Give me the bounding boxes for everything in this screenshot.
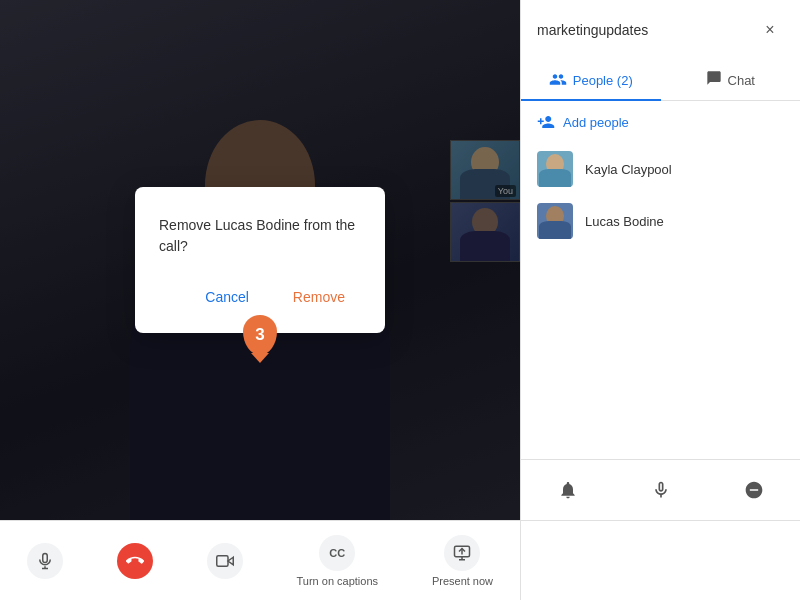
present-label: Present now [432,575,493,587]
video-icon [207,543,243,579]
step-badge: 3 [243,315,277,355]
add-people-button[interactable]: Add people [521,101,800,143]
mic-icon [27,543,63,579]
people-tab-icon [549,70,567,90]
mic-button[interactable] [15,535,75,587]
end-call-icon [117,543,153,579]
tab-chat[interactable]: Chat [661,60,801,100]
panel-tabs: People (2) Chat [521,52,800,101]
tab-people[interactable]: People (2) [521,60,661,100]
present-icon [444,535,480,571]
captions-icon: CC [319,535,355,571]
right-panel: marketingupdates × People (2) Chat Add p… [520,0,800,520]
panel-title: marketingupdates [537,22,648,38]
close-button[interactable]: × [756,16,784,44]
person-row-kayla[interactable]: Kayla Claypool [521,143,800,195]
person-name-kayla: Kayla Claypool [585,162,672,177]
remove-dialog: Remove Lucas Bodine from the call? Cance… [135,187,385,333]
tab-people-label: People (2) [573,73,633,88]
captions-label: Turn on captions [297,575,379,587]
present-button[interactable]: Present now [420,527,505,595]
remove-button[interactable]: Remove [277,281,361,313]
add-people-label: Add people [563,115,629,130]
video-button[interactable] [195,535,255,587]
avatar-body [539,169,571,187]
dialog-buttons: Cancel Remove [159,281,361,313]
dialog-message: Remove Lucas Bodine from the call? [159,215,361,257]
right-panel-bottom [520,520,800,600]
captions-button[interactable]: CC Turn on captions [285,527,391,595]
panel-bottom-icons [521,459,800,520]
step-badge-container: 3 [243,315,277,355]
panel-header: marketingupdates × [521,0,800,44]
tab-chat-label: Chat [728,73,755,88]
panel-mic-button[interactable] [643,472,679,508]
dialog-overlay: Remove Lucas Bodine from the call? Cance… [0,0,520,520]
bell-button[interactable] [550,472,586,508]
avatar-body-2 [539,221,571,239]
svg-rect-3 [216,555,227,566]
avatar-lucas [537,203,573,239]
panel-minus-button[interactable] [736,472,772,508]
avatar-kayla [537,151,573,187]
bottom-toolbar: CC Turn on captions Present now [0,520,520,600]
end-call-button[interactable] [105,535,165,587]
chat-tab-icon [706,70,722,90]
cancel-button[interactable]: Cancel [189,281,265,313]
person-row-lucas[interactable]: Lucas Bodine [521,195,800,247]
people-list: Kayla Claypool Lucas Bodine [521,143,800,459]
person-name-lucas: Lucas Bodine [585,214,664,229]
svg-rect-0 [43,553,48,562]
